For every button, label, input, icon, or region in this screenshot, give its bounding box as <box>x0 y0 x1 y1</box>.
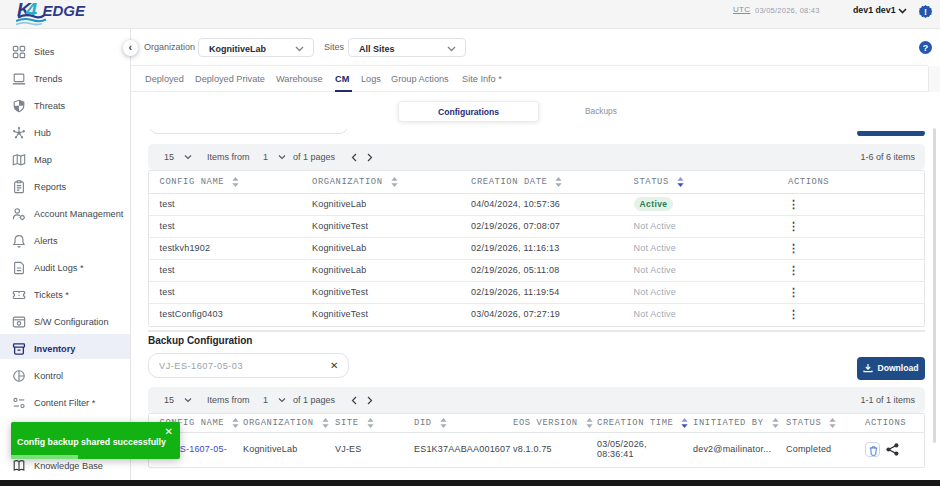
svg-text:EDGE: EDGE <box>43 2 87 19</box>
svg-text:!: ! <box>924 6 927 16</box>
